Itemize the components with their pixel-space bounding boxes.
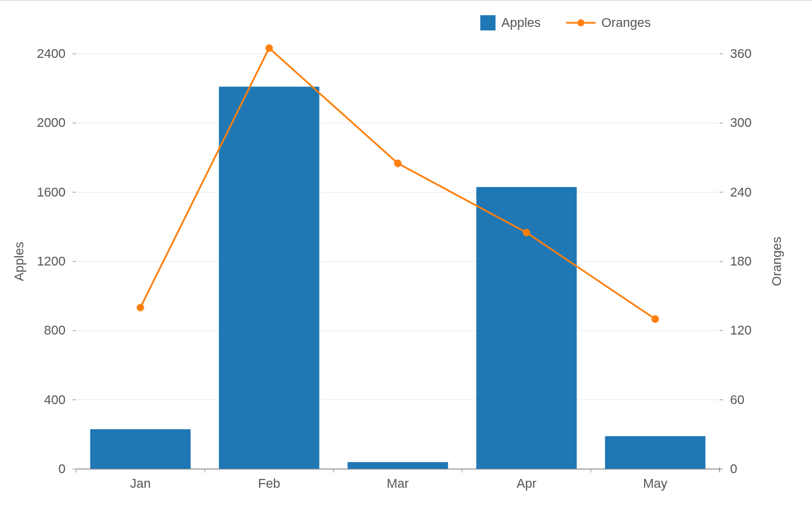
y-left-tick-label: 800	[44, 323, 66, 337]
y-right-tick-label: 300	[730, 115, 752, 130]
x-tick-label: Apr	[517, 476, 536, 491]
y-right-tick-label: 0	[730, 461, 737, 476]
chart: Apples Oranges 0400800120016002000240006…	[0, 1, 812, 524]
y-left-tick-label: 1200	[37, 254, 66, 268]
legend: Apples Oranges	[480, 15, 651, 30]
bar	[90, 429, 191, 469]
y-right-tick-label: 120	[730, 323, 752, 337]
x-tick-label: Jan	[130, 476, 150, 491]
line-point	[137, 304, 144, 311]
x-tick-label: Mar	[387, 476, 409, 491]
y-right-tick-label: 180	[730, 254, 752, 268]
y-left-tick-label: 1600	[37, 185, 66, 199]
legend-oranges-label: Oranges	[601, 15, 651, 30]
y-left-tick-label: 2000	[37, 115, 66, 130]
bar	[605, 436, 706, 469]
line-series	[140, 48, 655, 319]
y-right-tick-label: 240	[730, 185, 752, 199]
y-axis-right-label: Oranges	[769, 237, 784, 286]
legend-oranges-swatch	[566, 19, 596, 26]
y-axis-left-label: Apples	[12, 242, 26, 281]
y-left-tick-label: 400	[44, 392, 66, 407]
y-left-tick-label: 2400	[37, 46, 66, 61]
line-point	[652, 316, 659, 323]
y-left-tick-label: 0	[59, 461, 66, 476]
line-point	[394, 160, 401, 167]
bar	[219, 87, 319, 469]
plot-area: 0400800120016002000240006012018024030036…	[37, 44, 752, 491]
svg-point-1	[577, 19, 584, 26]
y-right-tick-label: 360	[730, 46, 752, 61]
legend-apples-label: Apples	[501, 15, 541, 30]
line-point	[266, 44, 273, 51]
line-point	[523, 229, 530, 236]
x-tick-label: May	[643, 476, 668, 491]
legend-apples-swatch	[480, 15, 496, 30]
bar	[347, 462, 448, 469]
x-tick-label: Feb	[258, 476, 280, 491]
y-right-tick-label: 60	[730, 392, 744, 407]
